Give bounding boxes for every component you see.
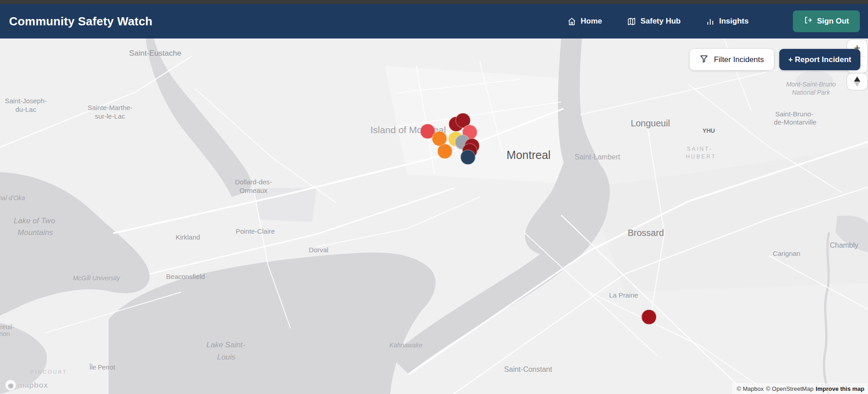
sign-out-icon	[804, 16, 812, 27]
filter-incidents-label: Filter Incidents	[714, 55, 764, 64]
nav-item-label: Insights	[719, 17, 749, 26]
osm-attribution-link[interactable]: © OpenStreetMap	[766, 385, 813, 392]
app-header: Community Safety Watch Home Safety Hub I…	[0, 4, 868, 38]
mapbox-logo-icon: ◉	[5, 380, 16, 390]
funnel-icon	[700, 54, 708, 65]
main-nav: Home Safety Hub Insights Sign Out	[568, 10, 860, 32]
compass-south-icon	[854, 82, 860, 86]
nav-item-home[interactable]: Home	[568, 17, 602, 26]
report-incident-button[interactable]: + Report Incident	[779, 49, 860, 70]
mapbox-logo[interactable]: ◉ mapbox	[5, 380, 48, 390]
improve-map-link[interactable]: Improve this map	[816, 385, 864, 392]
app-title: Community Safety Watch	[9, 14, 153, 29]
window-top-strip	[0, 0, 868, 4]
bar-chart-icon	[706, 17, 715, 26]
map-canvas[interactable]: Saint-Eustachenal d'OkaSaint-Joseph-du-L…	[0, 38, 868, 394]
sign-out-label: Sign Out	[817, 17, 849, 26]
sign-out-button[interactable]: Sign Out	[793, 10, 860, 32]
incident-marker[interactable]	[642, 310, 657, 325]
nav-item-insights[interactable]: Insights	[706, 17, 749, 26]
report-incident-label: + Report Incident	[788, 55, 851, 64]
mapbox-attribution-link[interactable]: © Mapbox	[737, 385, 763, 392]
incident-marker[interactable]	[461, 150, 476, 165]
home-icon	[568, 17, 576, 26]
compass-north-icon	[854, 77, 860, 82]
map-icon	[627, 17, 636, 26]
compass-button[interactable]	[847, 73, 867, 90]
nav-item-safety-hub[interactable]: Safety Hub	[627, 17, 681, 26]
app-window: Community Safety Watch Home Safety Hub I…	[0, 0, 868, 394]
mapbox-logo-text: mapbox	[18, 381, 48, 390]
nav-item-label: Home	[581, 17, 602, 26]
incident-marker[interactable]	[438, 144, 453, 159]
map-attribution: © Mapbox © OpenStreetMap Improve this ma…	[732, 383, 868, 394]
nav-item-label: Safety Hub	[640, 17, 681, 26]
basemap	[0, 38, 868, 394]
filter-incidents-button[interactable]: Filter Incidents	[690, 49, 774, 70]
